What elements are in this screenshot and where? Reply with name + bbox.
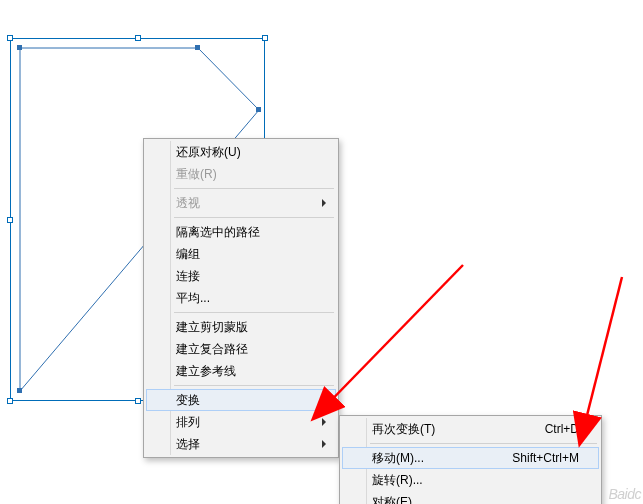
menu-item-average[interactable]: 平均... [146,287,336,309]
menu-shortcut: Ctrl+D [545,422,579,436]
menu-item-perspective: 透视 [146,192,336,214]
menu-separator [174,385,334,386]
menu-separator [174,312,334,313]
menu-label: 移动(M)... [372,450,424,467]
context-submenu-transform: 再次变换(T) Ctrl+D 移动(M)... Shift+Ctrl+M 旋转(… [339,415,602,504]
menu-item-connect[interactable]: 连接 [146,265,336,287]
menu-item-undo[interactable]: 还原对称(U) [146,141,336,163]
menu-item-transform-again[interactable]: 再次变换(T) Ctrl+D [342,418,599,440]
menu-label: 再次变换(T) [372,421,435,438]
canvas: 还原对称(U) 重做(R) 透视 隔离选中的路径 编组 连接 平均... 建立剪… [0,0,643,504]
watermark: Baidc [608,486,641,502]
svg-rect-3 [256,107,261,112]
menu-item-isolate-path[interactable]: 隔离选中的路径 [146,221,336,243]
menu-item-make-compound-path[interactable]: 建立复合路径 [146,338,336,360]
menu-item-redo: 重做(R) [146,163,336,185]
menu-shortcut: Shift+Ctrl+M [512,451,579,465]
menu-item-reflect[interactable]: 对称(E)... [342,491,599,504]
menu-item-select[interactable]: 选择 [146,433,336,455]
menu-item-make-clipping-mask[interactable]: 建立剪切蒙版 [146,316,336,338]
menu-separator [370,443,597,444]
menu-item-make-guides[interactable]: 建立参考线 [146,360,336,382]
svg-rect-4 [17,388,22,393]
menu-item-transform[interactable]: 变换 [146,389,336,411]
menu-separator [174,188,334,189]
svg-rect-2 [195,45,200,50]
svg-rect-1 [17,45,22,50]
menu-item-rotate[interactable]: 旋转(R)... [342,469,599,491]
menu-item-arrange[interactable]: 排列 [146,411,336,433]
menu-item-group[interactable]: 编组 [146,243,336,265]
menu-item-move[interactable]: 移动(M)... Shift+Ctrl+M [342,447,599,469]
menu-separator [174,217,334,218]
context-menu-main: 还原对称(U) 重做(R) 透视 隔离选中的路径 编组 连接 平均... 建立剪… [143,138,339,458]
